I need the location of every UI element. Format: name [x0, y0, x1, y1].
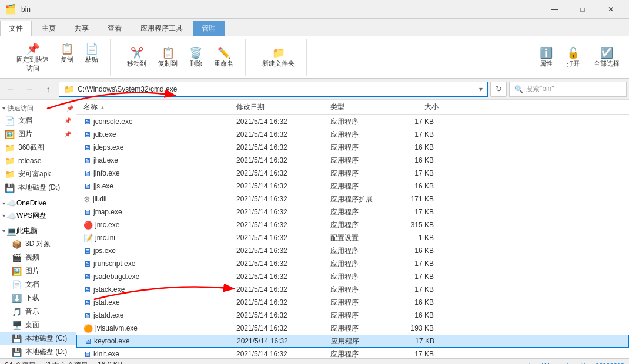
address-box[interactable]: 📁 C:\Windows\System32\cmd.exe ▾: [59, 82, 488, 97]
forward-button[interactable]: →: [21, 81, 38, 97]
file-type: 应用程序: [326, 168, 396, 178]
quick-access-header[interactable]: ▾ 快速访问 📌: [0, 102, 76, 114]
title-bar: 🗂️ bin — □ ✕: [0, 0, 629, 19]
file-row[interactable]: 🖥 jstatd.exe 2021/5/14 16:32 应用程序 16 KB: [76, 309, 629, 322]
col-header-name[interactable]: 名称 ▲: [79, 102, 232, 112]
tab-share[interactable]: 共享: [66, 21, 98, 36]
file-date: 2021/5/14 16:32: [232, 169, 326, 177]
sidebar-item-pics2[interactable]: 🖼️ 图片: [0, 264, 76, 278]
close-button[interactable]: ✕: [597, 0, 624, 19]
ribbon-properties-btn[interactable]: ℹ️ 属性: [535, 45, 557, 69]
sidebar-item-local-d[interactable]: 💾 本地磁盘 (D:): [0, 181, 76, 194]
file-row[interactable]: 🖥 jinfo.exe 2021/5/14 16:32 应用程序 17 KB: [76, 167, 629, 180]
address-folder-icon: 📁: [64, 85, 74, 94]
search-box[interactable]: 🔍 搜索"bin": [509, 82, 627, 97]
file-row[interactable]: 🖥 jrunscript.exe 2021/5/14 16:32 应用程序 17…: [76, 257, 629, 270]
tab-app-tools[interactable]: 应用程序工具: [132, 21, 192, 36]
file-row[interactable]: 🖥 jconsole.exe 2021/5/14 16:32 应用程序 17 K…: [76, 115, 629, 128]
sidebar-item-music[interactable]: 🎵 音乐: [0, 305, 76, 318]
sidebar-label-local-c: 本地磁盘 (C:): [25, 333, 67, 343]
file-size: 17 KB: [397, 337, 444, 345]
sidebar-item-local-d2[interactable]: 💾 本地磁盘 (D:): [0, 345, 76, 358]
file-row[interactable]: 🟠 jvisualvm.exe 2021/5/14 16:32 应用程序 193…: [76, 322, 629, 335]
maximize-button[interactable]: □: [569, 0, 596, 19]
file-date: 2021/5/14 16:32: [232, 247, 326, 255]
file-row[interactable]: 🖥 keytool.exe 2021/5/14 16:32 应用程序 17 KB: [76, 335, 629, 348]
file-date: 2021/5/14 16:32: [232, 117, 326, 126]
sidebar-item-video[interactable]: 🎬 视频: [0, 251, 76, 264]
col-header-type[interactable]: 类型: [326, 102, 396, 112]
ribbon-open-btn[interactable]: 🔓 打开: [562, 45, 584, 69]
wps-header[interactable]: ▾ ☁️ WPS网盘: [0, 209, 76, 222]
file-type: 应用程序: [326, 298, 396, 308]
file-row[interactable]: 🖥 jps.exe 2021/5/14 16:32 应用程序 16 KB: [76, 244, 629, 257]
file-row[interactable]: ⚙ jli.dll 2021/5/14 16:32 应用程序扩展 171 KB: [76, 193, 629, 205]
ribbon-rename-btn[interactable]: ✏️ 重命名: [209, 45, 238, 69]
sort-arrow-name: ▲: [100, 105, 105, 110]
ribbon-newfolder-btn[interactable]: 📁 新建文件夹: [257, 45, 299, 69]
file-name: jsadebugd.exe: [93, 272, 139, 281]
file-row[interactable]: 🖥 jdeps.exe 2021/5/14 16:32 应用程序 16 KB: [76, 141, 629, 154]
sidebar-item-pics[interactable]: 🖼️ 图片 📌: [0, 127, 76, 141]
thispc-header[interactable]: ▾ 💻 此电脑: [0, 224, 76, 237]
file-row[interactable]: 🔴 jmc.exe 2021/5/14 16:32 应用程序 315 KB: [76, 218, 629, 231]
address-dropdown-icon[interactable]: ▾: [479, 85, 483, 93]
sidebar-item-3d[interactable]: 📦 3D 对象: [0, 237, 76, 251]
onedrive-header[interactable]: ▾ ☁️ OneDrive: [0, 197, 76, 209]
quick-access-label: 快速访问: [8, 104, 34, 113]
wps-label: WPS网盘: [16, 211, 46, 221]
sidebar-item-docs[interactable]: 📄 文档 📌: [0, 114, 76, 127]
ribbon-copy-btn[interactable]: 📋 复制: [56, 41, 78, 74]
file-size: 16 KB: [396, 311, 443, 319]
file-size: 16 KB: [396, 298, 443, 306]
file-icon: 🖥: [84, 337, 92, 346]
file-row[interactable]: 📝 jmc.ini 2021/5/14 16:32 配置设置 1 KB: [76, 231, 629, 244]
sidebar-label-3d: 3D 对象: [25, 239, 51, 249]
file-list[interactable]: 🖥 jconsole.exe 2021/5/14 16:32 应用程序 17 K…: [76, 115, 629, 358]
ribbon-move-btn[interactable]: ✂️ 移动到: [122, 45, 151, 69]
tab-manage[interactable]: 管理: [193, 21, 225, 36]
ribbon-copy-to-btn[interactable]: 📋 复制到: [153, 45, 182, 69]
file-date: 2021/5/14 16:32: [232, 208, 326, 216]
file-type: 应用程序: [326, 285, 396, 295]
sidebar-item-docs2[interactable]: 📄 文档: [0, 278, 76, 291]
sidebar-item-desktop[interactable]: 🖥️ 桌面: [0, 318, 76, 332]
file-row[interactable]: 🖥 kinit.exe 2021/5/14 16:32 应用程序 17 KB: [76, 348, 629, 358]
file-row[interactable]: 🖥 jdb.exe 2021/5/14 16:32 应用程序 17 KB: [76, 128, 629, 141]
file-row[interactable]: 🖥 jstack.exe 2021/5/14 16:32 应用程序 17 KB: [76, 283, 629, 296]
file-row[interactable]: 🖥 jstat.exe 2021/5/14 16:32 应用程序 16 KB: [76, 296, 629, 309]
tab-view[interactable]: 查看: [99, 21, 131, 36]
3d-icon: 📦: [12, 240, 22, 249]
sidebar-item-release[interactable]: 📁 release: [0, 154, 76, 167]
back-button[interactable]: ←: [2, 81, 19, 97]
file-size: 17 KB: [396, 117, 443, 126]
ribbon-select-btn[interactable]: ☑️ 全部选择: [589, 45, 624, 69]
file-row[interactable]: 🖥 jhat.exe 2021/5/14 16:32 应用程序 16 KB: [76, 154, 629, 167]
refresh-button[interactable]: ↻: [490, 82, 507, 97]
sidebar-label-downloads: 下载: [25, 293, 39, 303]
tab-file[interactable]: 文件: [0, 21, 32, 36]
col-header-size[interactable]: 大小: [396, 102, 443, 112]
ribbon-tabs: 文件 主页 共享 查看 应用程序工具 管理: [0, 19, 629, 36]
file-icon: ⚙: [83, 195, 91, 204]
minimize-button[interactable]: —: [541, 0, 568, 19]
file-size: 17 KB: [396, 208, 443, 216]
file-icon: 📝: [83, 234, 93, 242]
file-row[interactable]: 🖥 jsadebugd.exe 2021/5/14 16:32 应用程序 17 …: [76, 270, 629, 283]
file-icon: 🖥: [83, 259, 91, 268]
ribbon-delete-btn[interactable]: 🗑️ 删除: [185, 45, 207, 69]
sidebar-item-downloads[interactable]: ⬇️ 下载: [0, 291, 76, 305]
file-row[interactable]: 🖥 jmap.exe 2021/5/14 16:32 应用程序 17 KB: [76, 205, 629, 218]
sidebar-item-apk[interactable]: 📁 安可富apk: [0, 167, 76, 181]
docs-icon: 📄: [5, 116, 15, 126]
sidebar-item-360[interactable]: 📁 360截图: [0, 141, 76, 154]
file-type: 应用程序: [326, 117, 396, 127]
file-row[interactable]: 🖥 jjs.exe 2021/5/14 16:32 应用程序 16 KB: [76, 180, 629, 193]
col-header-date[interactable]: 修改日期: [232, 102, 326, 112]
sidebar-item-local-c[interactable]: 💾 本地磁盘 (C:): [0, 332, 76, 345]
tab-home[interactable]: 主页: [33, 21, 65, 36]
ribbon-pin-btn[interactable]: 📌 固定到快速 访问: [12, 41, 53, 74]
up-button[interactable]: ↑: [40, 81, 56, 97]
ribbon-paste-btn[interactable]: 📄 粘贴: [81, 41, 103, 74]
title-bar-title: bin: [21, 5, 31, 14]
